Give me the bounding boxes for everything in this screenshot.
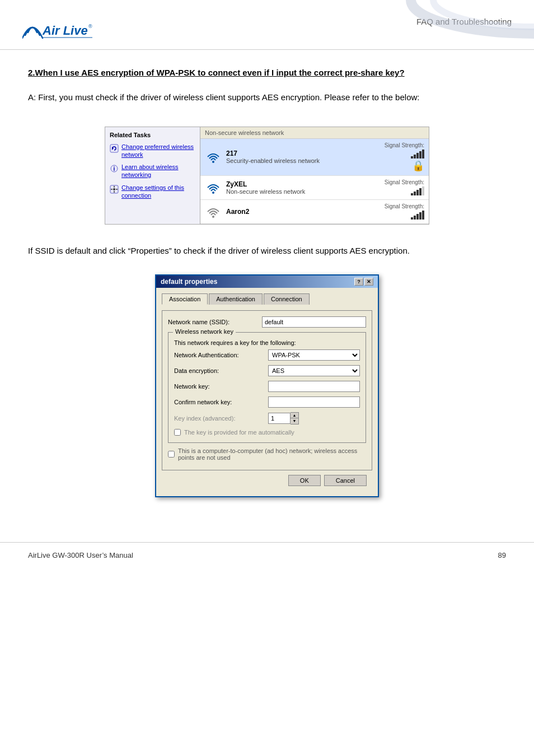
network-key-row: Network key: xyxy=(174,381,360,392)
network-auth-select[interactable]: WPA-PSK xyxy=(268,349,360,361)
network-key-label: Network key: xyxy=(174,383,264,390)
main-content: 2.When I use AES encryption of WPA-PSK t… xyxy=(0,55,534,525)
network-auth-label: Network Authentication: xyxy=(174,352,264,358)
default-properties-dialog: default properties ? ✕ Association Authe… xyxy=(155,274,379,497)
checkbox-adhoc-label: This is a computer-to-computer (ad hoc) … xyxy=(178,447,366,461)
tabs-row: Association Authentication Connection xyxy=(162,293,372,305)
wifi-icon-1 xyxy=(205,179,222,196)
dialog-body: Association Authentication Connection Ne… xyxy=(156,288,378,496)
task-item-1[interactable]: Change preferred wireless network xyxy=(110,143,195,159)
network-key-input[interactable] xyxy=(268,381,360,392)
header-decoration xyxy=(377,0,534,39)
checkbox-adhoc[interactable] xyxy=(168,451,175,458)
related-tasks: Related Tasks Change preferred wireless … xyxy=(105,127,200,224)
key-index-row: Key index (advanced): ▲ ▼ xyxy=(174,412,360,424)
network-name-input[interactable] xyxy=(262,316,366,328)
confirm-key-input[interactable] xyxy=(268,396,360,408)
signal-bars-1 xyxy=(411,186,424,195)
info-icon: i xyxy=(110,164,119,173)
tab-connection[interactable]: Connection xyxy=(264,293,310,305)
tab-association[interactable]: Association xyxy=(162,293,208,305)
footer-page-number: 89 xyxy=(498,551,506,559)
titlebar-buttons: ? ✕ xyxy=(354,278,373,286)
wifi-icon-2 xyxy=(205,203,222,220)
signal-area-2: Signal Strength: xyxy=(385,203,424,220)
close-button[interactable]: ✕ xyxy=(364,278,373,286)
confirm-key-label: Confirm network key: xyxy=(174,399,264,405)
svg-point-10 xyxy=(113,188,115,190)
svg-rect-5 xyxy=(110,144,118,152)
network-item-0[interactable]: 217 Security-enabled wireless network Si… xyxy=(200,139,429,176)
spinner-down[interactable]: ▼ xyxy=(291,418,298,424)
svg-text:®: ® xyxy=(88,24,92,29)
key-index-input[interactable] xyxy=(268,413,291,424)
svg-text:Air Live: Air Live xyxy=(42,24,88,38)
network-item-2[interactable]: Aaron2 Signal Strength: xyxy=(200,200,429,224)
section-body1: A: First, you must check if the driver o… xyxy=(28,91,506,104)
help-button[interactable]: ? xyxy=(354,278,363,286)
task-item-3[interactable]: Change settings of this connection xyxy=(110,184,195,200)
group-desc: This network requires a key for the foll… xyxy=(174,339,360,346)
network-auth-row: Network Authentication: WPA-PSK xyxy=(174,349,360,361)
data-enc-label: Data encryption: xyxy=(174,367,264,374)
data-enc-select[interactable]: AES xyxy=(268,365,360,376)
signal-area-1: Signal Strength: xyxy=(385,179,424,195)
data-enc-row: Data encryption: AES xyxy=(174,365,360,376)
svg-point-12 xyxy=(212,192,214,194)
checkbox-auto-key-label: The key is provided for me automatically xyxy=(184,429,294,436)
group-content: This network requires a key for the foll… xyxy=(174,339,360,436)
svg-text:i: i xyxy=(114,166,115,172)
related-tasks-title: Related Tasks xyxy=(110,132,195,138)
checkbox-adhoc-row: This is a computer-to-computer (ad hoc) … xyxy=(168,447,366,461)
net-info-1: ZyXEL Non-secure wireless network xyxy=(226,180,380,195)
network-list: Non-secure wireless network 217 Security… xyxy=(200,127,429,224)
task-link-2[interactable]: Learn about wireless networking xyxy=(121,163,195,179)
section-title: 2.When I use AES encryption of WPA-PSK t… xyxy=(28,67,506,80)
signal-bars-2 xyxy=(411,211,424,220)
tab-authentication[interactable]: Authentication xyxy=(209,293,263,305)
settings-icon xyxy=(110,185,119,194)
dialog-title: default properties xyxy=(161,278,217,286)
confirm-key-row: Confirm network key: xyxy=(174,396,360,408)
svg-point-11 xyxy=(212,161,214,163)
signal-bars-0 xyxy=(411,150,424,158)
task-link-1[interactable]: Change preferred wireless network xyxy=(121,143,195,159)
network-panel: Related Tasks Change preferred wireless … xyxy=(105,127,429,225)
wireless-key-group: Wireless network key This network requir… xyxy=(168,332,366,443)
network-panel-wrapper: Related Tasks Change preferred wireless … xyxy=(28,115,506,236)
spinner-arrows: ▲ ▼ xyxy=(291,412,299,424)
dialog-footer: OK Cancel xyxy=(162,470,372,491)
checkbox-auto-key-row: The key is provided for me automatically xyxy=(174,429,360,436)
group-box-title: Wireless network key xyxy=(173,328,236,335)
network-item-1[interactable]: ZyXEL Non-secure wireless network Signal… xyxy=(200,176,429,200)
net-info-2: Aaron2 xyxy=(226,208,380,216)
dialog-titlebar: default properties ? ✕ xyxy=(156,276,378,288)
network-name-row: Network name (SSID): xyxy=(168,316,366,328)
net-info-0: 217 Security-enabled wireless network xyxy=(226,150,380,164)
cancel-button[interactable]: Cancel xyxy=(324,475,367,486)
task-item-2[interactable]: i Learn about wireless networking xyxy=(110,163,195,179)
key-index-spinner[interactable]: ▲ ▼ xyxy=(268,412,299,424)
signal-area-0: Signal Strength: 🔒 xyxy=(385,142,424,172)
dialog-tab-content: Network name (SSID): Wireless network ke… xyxy=(162,310,372,470)
svg-point-13 xyxy=(212,216,214,218)
task-link-3[interactable]: Change settings of this connection xyxy=(121,184,195,200)
airlive-logo: Air Live ® xyxy=(22,11,95,44)
network-name-label: Network name (SSID): xyxy=(168,319,257,325)
lock-icon-0: 🔒 xyxy=(412,160,424,172)
footer-manual-name: AirLive GW-300R User’s Manual xyxy=(28,551,133,559)
checkbox-auto-key[interactable] xyxy=(174,429,181,436)
dialog-wrapper: default properties ? ✕ Association Authe… xyxy=(28,274,506,497)
network-list-header: Non-secure wireless network xyxy=(200,127,429,139)
section-body2: If SSID is default and click “Properties… xyxy=(28,244,506,258)
key-index-label: Key index (advanced): xyxy=(174,415,264,422)
ok-button[interactable]: OK xyxy=(288,475,321,486)
page-footer: AirLive GW-300R User’s Manual 89 xyxy=(0,542,534,568)
refresh-icon xyxy=(110,144,119,153)
wifi-icon-0 xyxy=(205,148,222,165)
logo-area: Air Live ® xyxy=(22,11,95,44)
spinner-up[interactable]: ▲ xyxy=(291,413,298,418)
